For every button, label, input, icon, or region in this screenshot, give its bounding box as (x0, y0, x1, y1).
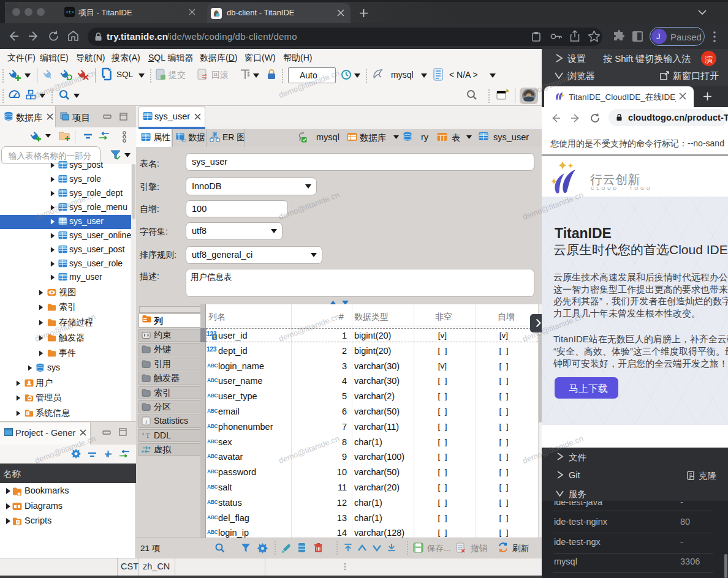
svg-text:T: T (146, 431, 150, 438)
svg-text:<>: <> (181, 138, 186, 142)
svg-text:i: i (27, 411, 28, 415)
